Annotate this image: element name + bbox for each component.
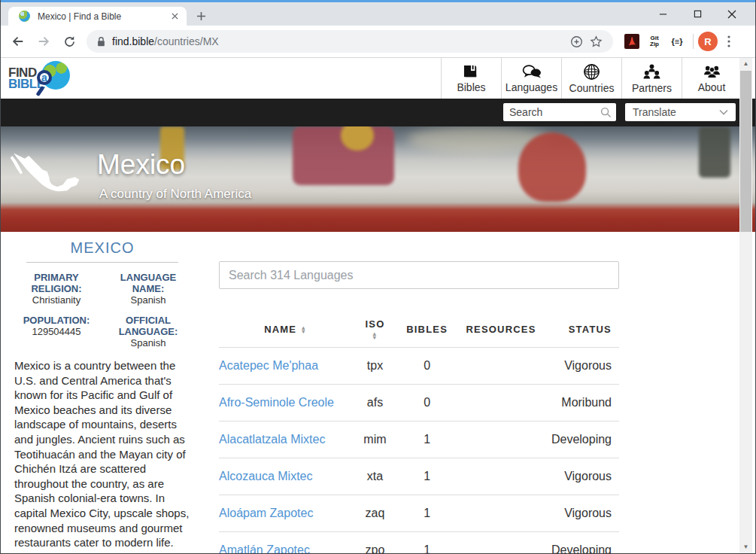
search-icon <box>600 107 612 118</box>
new-tab-icon[interactable] <box>196 11 208 23</box>
address-bar[interactable]: find.bible/countries/MX <box>87 30 613 53</box>
reload-icon[interactable] <box>56 29 82 54</box>
gitzip-extension-icon[interactable]: Git Zip <box>643 30 666 53</box>
country-facts: PRIMARY RELIGION: Christianity LANGUAGE … <box>14 272 190 349</box>
people-group-icon <box>703 64 721 80</box>
country-subtitle: A country of North America <box>99 187 251 202</box>
languages-panel: NAME▴▾ ISO ▴▾ BIBLES RESOURCES STATUS Ac… <box>219 232 619 554</box>
sort-icons[interactable]: ▴▾ <box>302 326 305 333</box>
tab-title: Mexico | Find a Bible <box>38 11 169 22</box>
table-row: Amatlán Zapotec zpo 1 Developing <box>219 532 619 554</box>
close-icon[interactable] <box>715 2 749 26</box>
fact-primary-religion: PRIMARY RELIGION: Christianity <box>14 272 99 306</box>
utility-bar: Translate <box>1 99 755 126</box>
browser-toolbar: find.bible/countries/MX Git Zip {≡} R <box>1 26 755 58</box>
language-link[interactable]: Acatepec Me'phaa <box>219 359 318 372</box>
fact-official-language: OFFICIAL LANGUAGE: Spanish <box>106 315 190 349</box>
scrollbar-thumb[interactable] <box>740 71 751 232</box>
nav-item-partners[interactable]: Partners <box>621 58 682 99</box>
sidebar-heading: MEXICO <box>14 239 190 257</box>
country-description: Mexico is a country between the U.S. and… <box>14 358 190 550</box>
table-row: Aloápam Zapotec zaq 1 Vigorous <box>219 495 619 532</box>
partners-icon <box>642 63 661 81</box>
tab-close-icon[interactable] <box>169 11 181 23</box>
scroll-down-icon[interactable]: ▼ <box>739 541 752 552</box>
zoom-page-icon[interactable] <box>566 32 586 51</box>
language-link[interactable]: Alcozauca Mixtec <box>219 470 313 482</box>
language-search-input[interactable] <box>219 261 619 289</box>
lock-icon <box>97 36 105 47</box>
sort-icons[interactable]: ▴▾ <box>351 332 399 339</box>
favicon-globe-icon <box>19 11 30 22</box>
url-path: /countries/MX <box>154 35 219 47</box>
back-icon[interactable] <box>5 29 31 54</box>
browser-tab[interactable]: Mexico | Find a Bible <box>8 7 187 26</box>
browser-menu-icon[interactable] <box>718 30 740 53</box>
site-header: FIND BIBLE a Bibles Languages Countries <box>1 58 755 99</box>
site-logo[interactable]: FIND BIBLE a <box>8 58 83 99</box>
column-header-resources[interactable]: RESOURCES <box>455 309 547 348</box>
country-title: Mexico <box>97 149 185 181</box>
maximize-icon[interactable] <box>680 2 715 26</box>
extensions-area: Git Zip {≡} R <box>621 30 740 53</box>
language-link[interactable]: Alacatlatzala Mixtec <box>219 433 325 446</box>
nav-item-bibles[interactable]: Bibles <box>441 58 501 99</box>
table-row: Alcozauca Mixtec xta 1 Vigorous <box>219 458 619 495</box>
nav-item-about[interactable]: About <box>682 58 742 99</box>
table-row: Acatepec Me'phaa tpx 0 Vigorous <box>219 348 619 385</box>
hero-banner: Mexico A country of North America <box>1 126 755 232</box>
nav-item-languages[interactable]: Languages <box>501 58 561 99</box>
table-header-row: NAME▴▾ ISO ▴▾ BIBLES RESOURCES STATUS <box>219 309 619 348</box>
site-search-box <box>503 103 616 121</box>
hero-decoration <box>699 126 730 178</box>
bookmark-star-icon[interactable] <box>586 32 606 51</box>
chevron-down-icon <box>719 109 728 115</box>
country-sidebar: MEXICO PRIMARY RELIGION: Christianity LA… <box>14 232 190 550</box>
minimize-icon[interactable] <box>645 2 680 26</box>
scroll-up-icon[interactable]: ▲ <box>739 58 752 69</box>
language-link[interactable]: Afro-Seminole Creole <box>219 396 334 409</box>
url-host: find.bible <box>112 35 154 47</box>
column-header-iso[interactable]: ISO ▴▾ <box>351 309 399 348</box>
titlebar[interactable]: Mexico | Find a Bible <box>1 2 755 26</box>
window-controls <box>645 2 749 26</box>
logo-magnifier-icon: a <box>37 70 52 85</box>
hero-decoration <box>518 132 586 202</box>
fact-population: POPULATION: 129504445 <box>14 315 99 349</box>
chat-bubbles-icon <box>521 64 542 80</box>
language-link[interactable]: Aloápam Zapotec <box>219 507 313 519</box>
page-scrollbar[interactable]: ▲ ▼ <box>739 58 752 553</box>
column-header-name[interactable]: NAME▴▾ <box>219 309 351 348</box>
column-header-status[interactable]: STATUS <box>547 309 619 348</box>
braces-extension-icon[interactable]: {≡} <box>666 30 688 53</box>
column-header-bibles[interactable]: BIBLES <box>399 309 454 348</box>
browser-window: Mexico | Find a Bible <box>0 0 756 554</box>
pdf-extension-icon[interactable] <box>621 30 643 53</box>
fact-language-name: LANGUAGE NAME: Spanish <box>106 272 190 306</box>
nav-item-countries[interactable]: Countries <box>561 58 621 99</box>
profile-avatar[interactable]: R <box>698 32 718 51</box>
language-link[interactable]: Amatlán Zapotec <box>219 543 310 554</box>
table-row: Alacatlatzala Mixtec mim 1 Developing <box>219 422 619 458</box>
site-search-input[interactable] <box>509 106 600 118</box>
main-nav: Bibles Languages Countries Partners Abou… <box>441 58 742 99</box>
translate-label: Translate <box>633 106 719 118</box>
mexico-map-silhouette <box>8 148 97 202</box>
book-icon <box>462 64 481 80</box>
toolbar-divider <box>693 34 694 49</box>
forward-icon[interactable] <box>31 29 56 54</box>
languages-table: NAME▴▾ ISO ▴▾ BIBLES RESOURCES STATUS Ac… <box>219 309 619 554</box>
translate-dropdown[interactable]: Translate <box>625 103 736 121</box>
globe-icon <box>583 63 600 81</box>
sidebar-divider <box>26 262 178 263</box>
page-content: MEXICO PRIMARY RELIGION: Christianity LA… <box>1 232 755 554</box>
table-row: Afro-Seminole Creole afs 0 Moribund <box>219 385 619 422</box>
